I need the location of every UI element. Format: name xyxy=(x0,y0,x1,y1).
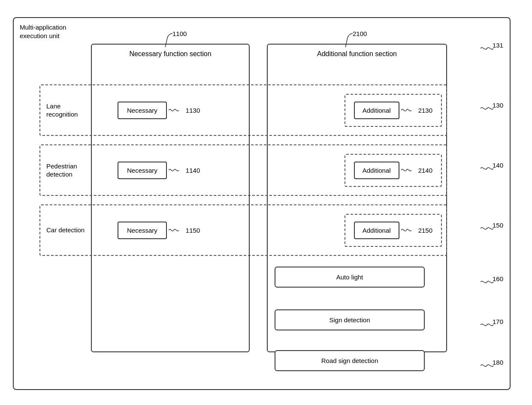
main-diagram: Multi-application execution unit Necessa… xyxy=(13,17,511,390)
multi-app-label: Multi-application execution unit xyxy=(20,23,66,40)
road-sign-detection-box: Road sign detection xyxy=(275,350,425,371)
ref-140: 140 xyxy=(493,162,503,169)
squiggle-130 xyxy=(481,105,493,112)
section-2100-title: Additional function section xyxy=(268,45,446,62)
squiggle-180 xyxy=(481,362,493,369)
additional-box-2150: Additional xyxy=(354,222,399,239)
squiggle-1130 xyxy=(169,106,186,114)
additional-dashed-1130: Additional 2130 xyxy=(345,94,442,127)
row-150-label: Car detection xyxy=(40,226,113,234)
ref-131: 131 xyxy=(493,42,503,49)
row-140-label: Pedestrian detection xyxy=(40,162,113,179)
squiggle-160 xyxy=(481,278,493,286)
section-1100-title: Necessary function section xyxy=(92,45,249,62)
row-150: Car detection Necessary 1150 Additional … xyxy=(39,204,447,256)
additional-box-2130: Additional xyxy=(354,102,399,119)
sign-detection-box: Sign detection xyxy=(275,309,425,330)
squiggle-140 xyxy=(481,165,493,172)
squiggle-131 xyxy=(481,45,493,52)
row-140: Pedestrian detection Necessary 1140 Addi… xyxy=(39,144,447,196)
ref-180: 180 xyxy=(493,359,503,366)
squiggle-170 xyxy=(481,321,493,329)
ref-1150: 1150 xyxy=(186,227,200,234)
squiggle-150 xyxy=(481,225,493,232)
squiggle-1140 xyxy=(169,166,186,174)
ref-2140: 2140 xyxy=(418,167,432,174)
row-130: Lane recognition Necessary 1130 Addition… xyxy=(39,84,447,136)
ref-1140: 1140 xyxy=(186,167,200,174)
ref-170: 170 xyxy=(493,318,503,325)
necessary-box-1140: Necessary xyxy=(118,162,167,179)
additional-dashed-1150: Additional 2150 xyxy=(345,214,442,247)
ref-160: 160 xyxy=(493,275,503,282)
arrow-1100 xyxy=(147,30,181,47)
ref-1130: 1130 xyxy=(186,107,200,114)
squiggle-2140 xyxy=(401,166,418,174)
necessary-box-1130: Necessary xyxy=(118,102,167,119)
ref-130: 130 xyxy=(493,102,503,109)
additional-dashed-1140: Additional 2140 xyxy=(345,154,442,187)
squiggle-1150 xyxy=(169,226,186,234)
necessary-box-1150: Necessary xyxy=(118,222,167,239)
arrow-2100 xyxy=(327,30,361,47)
row-130-label: Lane recognition xyxy=(40,102,113,119)
squiggle-2130 xyxy=(401,106,418,114)
additional-box-2140: Additional xyxy=(354,162,399,179)
squiggle-2150 xyxy=(401,226,418,234)
auto-light-box: Auto light xyxy=(275,267,425,288)
ref-150: 150 xyxy=(493,222,503,229)
ref-2150: 2150 xyxy=(418,227,432,234)
ref-2130: 2130 xyxy=(418,107,432,114)
